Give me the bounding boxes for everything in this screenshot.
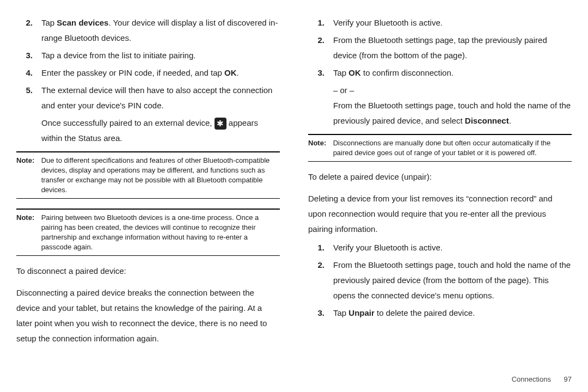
step-text: From the Bluetooth settings page, touch … xyxy=(333,258,572,303)
note-label: Note: xyxy=(16,156,39,166)
or-separator: – or – xyxy=(333,83,572,98)
step-number: 3. xyxy=(308,65,333,81)
list-item: 5. The external device will then have to… xyxy=(16,83,280,113)
step-number: 1. xyxy=(308,240,333,255)
delete-steps: 1. Verify your Bluetooth is active. 2. F… xyxy=(308,240,572,323)
step-text: Tap Scan devices. Your device will displ… xyxy=(41,15,280,46)
step-text: From the Bluetooth settings page, tap th… xyxy=(333,33,572,63)
list-item: 2. Tap Scan devices. Your device will di… xyxy=(16,15,280,46)
step-text: Tap a device from the list to initiate p… xyxy=(41,48,280,63)
note-block: Note: Due to different specifications an… xyxy=(16,156,280,195)
step-text: Verify your Bluetooth is active. xyxy=(333,240,572,255)
divider xyxy=(16,151,280,152)
step-number: 3. xyxy=(16,48,41,63)
list-item: 3. Tap a device from the list to initiat… xyxy=(16,48,280,63)
manual-page: 2. Tap Scan devices. Your device will di… xyxy=(0,0,588,392)
step-number: 1. xyxy=(308,15,333,30)
list-item: 4. Enter the passkey or PIN code, if nee… xyxy=(16,65,280,81)
left-column: 2. Tap Scan devices. Your device will di… xyxy=(16,15,294,383)
or-alternative: From the Bluetooth settings page, touch … xyxy=(333,98,572,128)
paired-confirmation: Once successfully paired to an external … xyxy=(41,115,280,146)
note-text: Due to different specifications and feat… xyxy=(41,156,278,195)
divider xyxy=(16,198,280,199)
section-name: Connections xyxy=(512,375,551,383)
note-block: Note: Disconnections are manually done b… xyxy=(308,138,572,158)
list-item: 2. From the Bluetooth settings page, tap… xyxy=(308,33,572,63)
disconnect-heading: To disconnect a paired device: xyxy=(16,264,280,279)
pairing-steps: 2. Tap Scan devices. Your device will di… xyxy=(16,15,280,115)
divider xyxy=(308,161,572,162)
disconnect-steps: 1. Verify your Bluetooth is active. 2. F… xyxy=(308,15,572,83)
step-number: 2. xyxy=(16,15,41,46)
step-text: Verify your Bluetooth is active. xyxy=(333,15,572,30)
step-text: The external device will then have to al… xyxy=(41,83,280,113)
divider xyxy=(308,134,572,135)
step-number: 5. xyxy=(16,83,41,113)
list-item: 3. Tap OK to confirm disconnection. xyxy=(308,65,572,81)
note-block: Note: Pairing between two Bluetooth devi… xyxy=(16,213,280,252)
step-number: 4. xyxy=(16,65,41,81)
step-text: Enter the passkey or PIN code, if needed… xyxy=(41,65,280,81)
disconnect-body: Disconnecting a paired device breaks the… xyxy=(16,285,280,346)
delete-body: Deleting a device from your list removes… xyxy=(308,191,572,237)
paired-text-before: Once successfully paired to an external … xyxy=(41,118,215,127)
note-label: Note: xyxy=(308,138,331,148)
list-item: 3. Tap Unpair to delete the paired devic… xyxy=(308,305,572,321)
delete-heading: To delete a paired device (unpair): xyxy=(308,169,572,185)
page-footer: Connections 97 xyxy=(308,371,572,383)
note-text: Pairing between two Bluetooth devices is… xyxy=(41,213,278,252)
list-item: 1. Verify your Bluetooth is active. xyxy=(308,15,572,30)
list-item: 1. Verify your Bluetooth is active. xyxy=(308,240,572,255)
step-text: Tap Unpair to delete the paired device. xyxy=(333,305,572,321)
note-label: Note: xyxy=(16,213,39,223)
step-number: 3. xyxy=(308,305,333,321)
note-text: Disconnections are manually done but oft… xyxy=(333,138,569,158)
step-number: 2. xyxy=(308,33,333,63)
divider xyxy=(16,209,280,210)
list-item: 2. From the Bluetooth settings page, tou… xyxy=(308,258,572,303)
right-column: 1. Verify your Bluetooth is active. 2. F… xyxy=(294,15,572,383)
step-number: 2. xyxy=(308,258,333,303)
step-text: Tap OK to confirm disconnection. xyxy=(333,65,572,81)
divider xyxy=(16,255,280,256)
page-number: 97 xyxy=(564,375,572,383)
bluetooth-icon: ✱ xyxy=(215,118,226,130)
